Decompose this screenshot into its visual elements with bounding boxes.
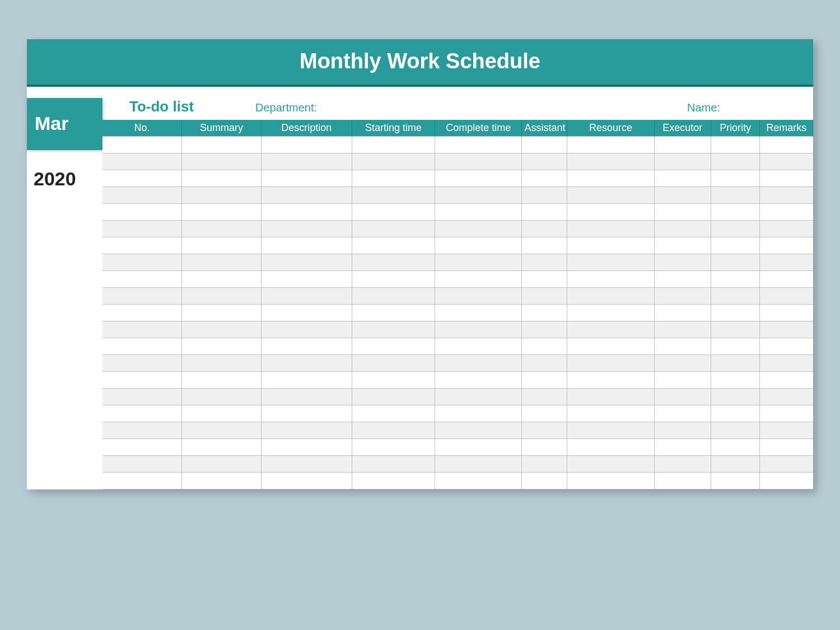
cell[interactable] [352,338,435,355]
cell[interactable] [435,254,522,271]
cell[interactable] [654,153,711,170]
cell[interactable] [711,221,760,237]
cell[interactable] [760,439,813,456]
cell[interactable] [654,187,711,204]
cell[interactable] [567,439,654,456]
cell[interactable] [352,405,435,422]
cell[interactable] [261,355,352,372]
cell[interactable] [352,288,435,305]
cell[interactable] [654,204,711,221]
cell[interactable] [102,372,182,389]
cell[interactable] [261,422,352,439]
cell[interactable] [182,271,262,288]
cell[interactable] [567,305,654,321]
cell[interactable] [711,439,760,456]
cell[interactable] [567,271,654,288]
cell[interactable] [261,372,352,389]
cell[interactable] [102,355,182,372]
cell[interactable] [182,422,262,439]
cell[interactable] [711,187,760,204]
cell[interactable] [352,305,435,321]
cell[interactable] [352,355,435,372]
cell[interactable] [522,271,567,288]
cell[interactable] [522,237,567,254]
cell[interactable] [352,221,435,237]
cell[interactable] [352,254,435,271]
cell[interactable] [711,355,760,372]
cell[interactable] [567,137,654,153]
cell[interactable] [261,237,352,254]
cell[interactable] [760,170,813,187]
cell[interactable] [567,170,654,187]
cell[interactable] [261,439,352,456]
cell[interactable] [182,439,262,456]
cell[interactable] [435,321,522,338]
cell[interactable] [711,422,760,439]
cell[interactable] [102,271,182,288]
cell[interactable] [654,439,711,456]
cell[interactable] [261,204,352,221]
cell[interactable] [435,237,522,254]
cell[interactable] [182,405,262,422]
cell[interactable] [182,237,262,254]
cell[interactable] [711,153,760,170]
cell[interactable] [522,422,567,439]
cell[interactable] [711,372,760,389]
cell[interactable] [760,288,813,305]
cell[interactable] [102,153,182,170]
cell[interactable] [352,237,435,254]
cell[interactable] [435,355,522,372]
cell[interactable] [567,237,654,254]
cell[interactable] [102,237,182,254]
cell[interactable] [711,170,760,187]
cell[interactable] [352,439,435,456]
cell[interactable] [522,405,567,422]
cell[interactable] [654,221,711,237]
cell[interactable] [711,338,760,355]
cell[interactable] [711,288,760,305]
cell[interactable] [654,170,711,187]
cell[interactable] [102,254,182,271]
cell[interactable] [760,456,813,473]
cell[interactable] [261,288,352,305]
cell[interactable] [567,321,654,338]
cell[interactable] [182,254,262,271]
cell[interactable] [760,372,813,389]
cell[interactable] [182,288,262,305]
cell[interactable] [182,456,262,473]
cell[interactable] [760,389,813,405]
cell[interactable] [522,473,567,489]
cell[interactable] [435,439,522,456]
cell[interactable] [261,473,352,489]
cell[interactable] [102,321,182,338]
cell[interactable] [567,456,654,473]
cell[interactable] [102,305,182,321]
cell[interactable] [261,338,352,355]
cell[interactable] [760,187,813,204]
cell[interactable] [567,405,654,422]
cell[interactable] [654,305,711,321]
cell[interactable] [654,271,711,288]
cell[interactable] [102,288,182,305]
cell[interactable] [261,254,352,271]
cell[interactable] [760,305,813,321]
cell[interactable] [182,305,262,321]
cell[interactable] [567,372,654,389]
cell[interactable] [654,254,711,271]
cell[interactable] [654,321,711,338]
cell[interactable] [435,338,522,355]
cell[interactable] [435,456,522,473]
cell[interactable] [352,456,435,473]
cell[interactable] [654,422,711,439]
cell[interactable] [261,187,352,204]
cell[interactable] [102,187,182,204]
cell[interactable] [435,221,522,237]
cell[interactable] [522,137,567,153]
cell[interactable] [182,221,262,237]
cell[interactable] [567,389,654,405]
cell[interactable] [760,405,813,422]
cell[interactable] [760,254,813,271]
cell[interactable] [567,288,654,305]
cell[interactable] [567,355,654,372]
cell[interactable] [102,389,182,405]
